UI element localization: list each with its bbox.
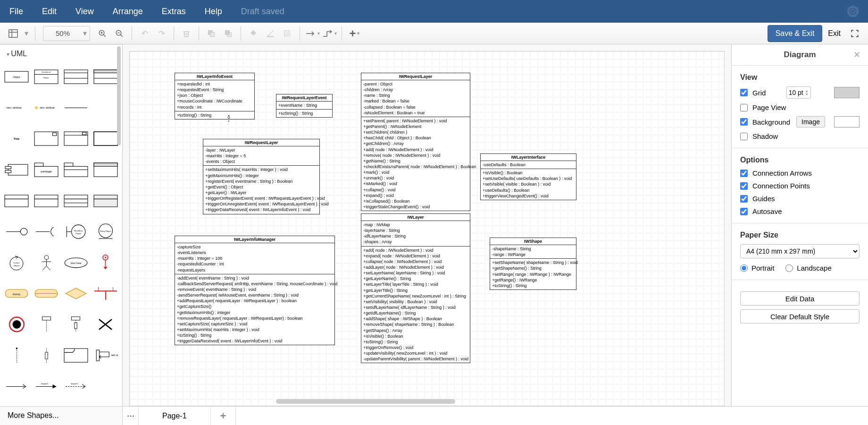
paper-size-select[interactable]: A4 (210 mm x 297 mm) (740, 244, 860, 258)
more-shapes-button[interactable]: More Shapes... (0, 407, 123, 425)
shape-note2[interactable] (92, 161, 119, 179)
shape-actor[interactable] (33, 253, 60, 272)
undo-icon[interactable]: ↶ (136, 25, 153, 42)
sidebar-toggle-icon[interactable] (5, 25, 22, 42)
shape-msg-1[interactable] (3, 346, 31, 365)
shape-frame[interactable] (92, 129, 119, 148)
close-icon[interactable]: ✕ (853, 50, 860, 60)
save-exit-button[interactable]: Save & Exit (768, 25, 823, 42)
waypoint-icon[interactable]: ▾ (321, 25, 338, 42)
uml-layer[interactable]: IWLayer -map : IWMap-layerName : String-… (361, 213, 470, 363)
menu-edit[interactable]: Edit (42, 7, 57, 17)
shape-title[interactable]: Title (3, 129, 31, 148)
shape-pkg-2[interactable] (62, 161, 90, 179)
line-color-icon[interactable] (262, 25, 279, 42)
add-page-button[interactable]: + (211, 407, 236, 425)
shape-interface[interactable]: «interface»Name (33, 68, 60, 86)
shape-socket[interactable] (33, 222, 60, 241)
grid-checkbox[interactable] (740, 89, 748, 96)
exit-button[interactable]: Exit (828, 29, 841, 38)
shape-fork[interactable] (92, 284, 119, 303)
shape-lifeline-1[interactable] (33, 315, 60, 334)
shape-object[interactable]: Object (3, 68, 31, 86)
menu-arrange[interactable]: Arrange (113, 7, 143, 17)
delete-icon[interactable] (178, 25, 195, 42)
autosave-checkbox[interactable] (740, 208, 748, 215)
shape-class-3[interactable] (62, 68, 90, 86)
menu-help[interactable]: Help (205, 7, 222, 17)
fullscreen-icon[interactable] (846, 25, 863, 42)
shadow-checkbox[interactable] (740, 133, 748, 140)
shape-component-1[interactable] (33, 129, 60, 148)
uml-layer-info-manager[interactable]: IWLayerInfoManager -captureSize-eventLis… (175, 236, 335, 345)
menu-extras[interactable]: Extras (162, 7, 186, 17)
shape-start[interactable] (92, 253, 119, 272)
shape-frame-2[interactable] (62, 346, 90, 365)
background-color-swatch[interactable] (834, 116, 860, 128)
pageview-checkbox[interactable] (740, 104, 748, 111)
shape-divider[interactable] (62, 99, 90, 118)
menu-view[interactable]: View (75, 7, 94, 17)
shape-destroy[interactable] (92, 315, 119, 334)
shape-dispatch-4[interactable] (92, 377, 119, 396)
shape-selfcall[interactable]: self call (92, 346, 119, 365)
shape-class-b3[interactable] (62, 191, 90, 210)
zoom-level[interactable]: 50% ▾ (43, 26, 90, 41)
shape-usecase[interactable]: Use Case (62, 253, 90, 272)
shape-end[interactable] (3, 315, 31, 334)
shape-class-4[interactable] (92, 68, 119, 86)
zoom-in-icon[interactable] (94, 25, 111, 42)
grid-size-input[interactable]: 10 pt▲▼ (786, 86, 811, 99)
shape-empty[interactable] (92, 99, 119, 118)
redo-icon[interactable]: ↷ (153, 25, 170, 42)
shape-class-b1[interactable] (3, 191, 31, 210)
shape-package[interactable]: package (33, 161, 60, 179)
clear-style-button[interactable]: Clear Default Style (740, 309, 860, 323)
to-back-icon[interactable] (220, 25, 237, 42)
uml-request-layer[interactable]: IWRequestLayer -layer : IWLayer-maxHits … (203, 139, 320, 214)
uml-shape[interactable]: IWShape -shapeName : String-range : IWRa… (490, 238, 576, 290)
conn-points-checkbox[interactable] (740, 182, 748, 190)
shadow-icon[interactable] (279, 25, 296, 42)
shape-dispatch-1[interactable] (3, 377, 31, 396)
shape-class-b2[interactable] (33, 191, 60, 210)
grid-color-swatch[interactable] (834, 87, 860, 98)
shape-lifeline-2[interactable] (62, 315, 90, 334)
shape-module[interactable] (3, 161, 31, 179)
connection-icon[interactable]: ▾ (304, 25, 321, 42)
shape-item-attr-2[interactable]: item: attribute (33, 99, 60, 118)
landscape-radio[interactable] (785, 264, 793, 272)
shape-component-2[interactable] (62, 129, 90, 148)
fill-color-icon[interactable] (245, 25, 262, 42)
uml-request-layer-node[interactable]: IWRequestLayer -parent : Object-children… (361, 73, 470, 211)
edit-data-button[interactable]: Edit Data (740, 291, 860, 306)
shape-activity[interactable]: Activity (3, 284, 31, 303)
shape-dispatch-3[interactable]: dispatch (62, 377, 90, 396)
image-button[interactable]: Image (796, 116, 825, 128)
sidebar-dropdown-icon[interactable]: ▾ (22, 25, 31, 42)
add-icon[interactable]: +▾ (346, 25, 363, 42)
shape-decision[interactable] (62, 284, 90, 303)
sidebar-scrollbar[interactable] (117, 46, 121, 145)
shape-category-uml[interactable]: UML (0, 44, 122, 63)
canvas[interactable]: IWLayerInfoEvent +requestedId : int+requ… (123, 44, 731, 406)
to-front-icon[interactable] (203, 25, 220, 42)
shape-item-attr[interactable]: - item: attribute (3, 99, 31, 118)
shape-control[interactable]: ControlObject (3, 253, 31, 272)
tab-menu-icon[interactable]: ⋯ (123, 407, 139, 425)
shape-class-b4[interactable] (92, 191, 119, 210)
uml-layer-interface[interactable]: IWLayerInterface -useDefaults : Boolean … (480, 153, 576, 200)
zoom-out-icon[interactable] (111, 25, 128, 42)
conn-arrows-checkbox[interactable] (740, 170, 748, 177)
menu-file[interactable]: File (9, 7, 23, 17)
shape-dispatch-2[interactable]: dispatch (33, 377, 60, 396)
shape-lollipop[interactable] (3, 222, 31, 241)
portrait-radio[interactable] (740, 264, 748, 272)
uml-layer-info-event[interactable]: IWLayerInfoEvent +requestedId : int+requ… (175, 73, 255, 119)
canvas-h-scrollbar[interactable] (276, 399, 455, 404)
background-checkbox[interactable] (740, 118, 748, 126)
guides-checkbox[interactable] (740, 195, 748, 203)
tab-page-1[interactable]: Page-1 (139, 407, 211, 425)
shape-boundary[interactable]: BoundaryObject (62, 222, 90, 241)
shape-state[interactable] (33, 284, 60, 303)
